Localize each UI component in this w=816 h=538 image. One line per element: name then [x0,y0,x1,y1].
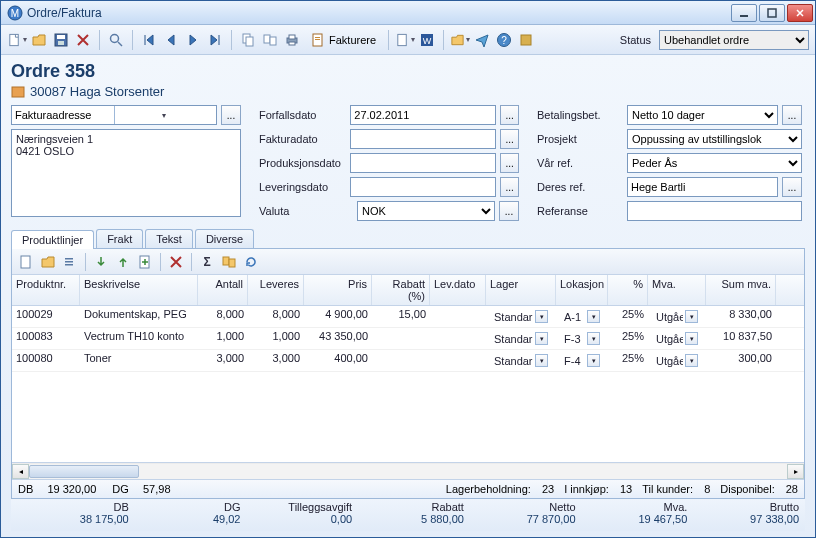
grid-down-icon[interactable] [91,252,111,272]
chevron-down-icon[interactable]: ▾ [587,354,600,367]
doc-icon[interactable]: ▾ [395,30,415,50]
valuta-lookup[interactable]: ... [499,201,519,221]
settings-icon[interactable] [516,30,536,50]
col-lokasjon[interactable]: Lokasjon [556,275,608,305]
search-icon[interactable] [106,30,126,50]
chevron-down-icon[interactable]: ▾ [685,310,698,323]
bet-lookup[interactable]: ... [782,105,802,125]
col-summva[interactable]: Sum mva. [706,275,776,305]
bet-select[interactable]: Netto 10 dager [627,105,778,125]
grid-insert-icon[interactable] [135,252,155,272]
chevron-down-icon[interactable]: ▾ [535,310,548,323]
customer-icon [11,85,25,99]
db-val: 19 320,00 [47,483,96,495]
help-icon[interactable]: ? [494,30,514,50]
chevron-down-icon[interactable]: ▾ [535,332,548,345]
print-icon[interactable] [282,30,302,50]
lev-lookup[interactable]: ... [500,177,519,197]
maximize-button[interactable] [759,4,785,22]
grid-hscroll[interactable]: ◂ ▸ [12,462,804,479]
grid-up-icon[interactable] [113,252,133,272]
col-beskrivelse[interactable]: Beskrivelse [80,275,198,305]
grid-sum-icon[interactable]: Σ [197,252,217,272]
app-window: M Ordre/Faktura ▾ Fakturere ▾ W ▾ ? S [0,0,816,538]
grid-delete-icon[interactable] [166,252,186,272]
grid-body[interactable]: 100029Dokumentskap, PEG8,0008,0004 900,0… [12,306,804,462]
send-icon[interactable] [472,30,492,50]
table-row[interactable]: 100083Vectrum TH10 konto1,0001,00043 350… [12,328,804,350]
col-mva[interactable]: Mva. [648,275,706,305]
ref-input[interactable] [627,201,802,221]
chevron-down-icon[interactable]: ▾ [535,354,548,367]
forfall-lookup[interactable]: ... [500,105,519,125]
tab-diverse[interactable]: Diverse [195,229,254,248]
chevron-down-icon[interactable]: ▾ [587,310,600,323]
svg-rect-7 [58,41,64,45]
address-lookup-button[interactable]: ... [221,105,241,125]
lev-input[interactable] [350,177,496,197]
totals: DB38 175,00 DG49,02 Tilleggsavgift0,00 R… [11,499,805,531]
copy-icon[interactable] [238,30,258,50]
col-pct[interactable]: % [608,275,648,305]
next-icon[interactable] [183,30,203,50]
prod-lookup[interactable]: ... [500,153,519,173]
col-rabatt[interactable]: Rabatt (%) [372,275,430,305]
grid-copy-icon[interactable] [219,252,239,272]
grid-edit-icon[interactable] [60,252,80,272]
close-button[interactable] [787,4,813,22]
scroll-thumb[interactable] [29,465,139,478]
open-icon[interactable] [29,30,49,50]
prod-input[interactable] [350,153,496,173]
save-icon[interactable] [51,30,71,50]
first-icon[interactable] [139,30,159,50]
tab-produktlinjer[interactable]: Produktlinjer [11,230,94,249]
col-leveres[interactable]: Leveres [248,275,304,305]
minimize-button[interactable] [731,4,757,22]
tot-mva: 19 467,50 [576,513,688,525]
col-antall[interactable]: Antall [198,275,248,305]
word-icon[interactable]: W [417,30,437,50]
table-row[interactable]: 100029Dokumentskap, PEG8,0008,0004 900,0… [12,306,804,328]
prev-icon[interactable] [161,30,181,50]
scroll-right-icon[interactable]: ▸ [787,464,804,479]
valuta-select[interactable]: NOK [357,201,495,221]
grid-open-icon[interactable] [38,252,58,272]
address-box[interactable]: Næringsveien 1 0421 OSLO [11,129,241,217]
col-levdato[interactable]: Lev.dato [430,275,486,305]
varref-select[interactable]: Peder Ås [627,153,802,173]
scroll-left-icon[interactable]: ◂ [12,464,29,479]
status-select[interactable]: Ubehandlet ordre [659,30,809,50]
chevron-down-icon[interactable]: ▾ [587,332,600,345]
svg-rect-10 [246,37,253,46]
window-title: Ordre/Faktura [27,6,731,20]
innkjop-label: I innkjøp: [564,483,609,495]
deresref-lookup[interactable]: ... [782,177,802,197]
grid-refresh-icon[interactable] [241,252,261,272]
grid-new-icon[interactable] [16,252,36,272]
delete-icon[interactable] [73,30,93,50]
col-pris[interactable]: Pris [304,275,372,305]
new-icon[interactable]: ▾ [7,30,27,50]
grid-panel: Σ Produktnr. Beskrivelse Antall Leveres … [11,248,805,499]
forfall-input[interactable] [350,105,496,125]
duplicate-icon[interactable] [260,30,280,50]
fakturere-button[interactable]: Fakturere [304,30,382,50]
tot-brutto-label: Brutto [687,501,799,513]
tab-tekst[interactable]: Tekst [145,229,193,248]
fakturadato-input[interactable] [350,129,496,149]
chevron-down-icon[interactable]: ▾ [685,354,698,367]
svg-rect-17 [315,37,320,38]
chevron-down-icon[interactable]: ▾ [685,332,698,345]
last-icon[interactable] [205,30,225,50]
folder2-icon[interactable]: ▾ [450,30,470,50]
col-produktnr[interactable]: Produktnr. [12,275,80,305]
address-line2: 0421 OSLO [16,145,236,157]
fakturadato-lookup[interactable]: ... [500,129,519,149]
prosjekt-select[interactable]: Oppussing av utstillingslok [627,129,802,149]
address-type-select[interactable]: Fakturaadresse▾ [11,105,217,125]
col-lager[interactable]: Lager [486,275,556,305]
deresref-input[interactable] [627,177,778,197]
table-row[interactable]: 100080Toner3,0003,000400,00Standard▾F-4▾… [12,350,804,372]
tab-frakt[interactable]: Frakt [96,229,143,248]
svg-text:?: ? [501,35,507,46]
